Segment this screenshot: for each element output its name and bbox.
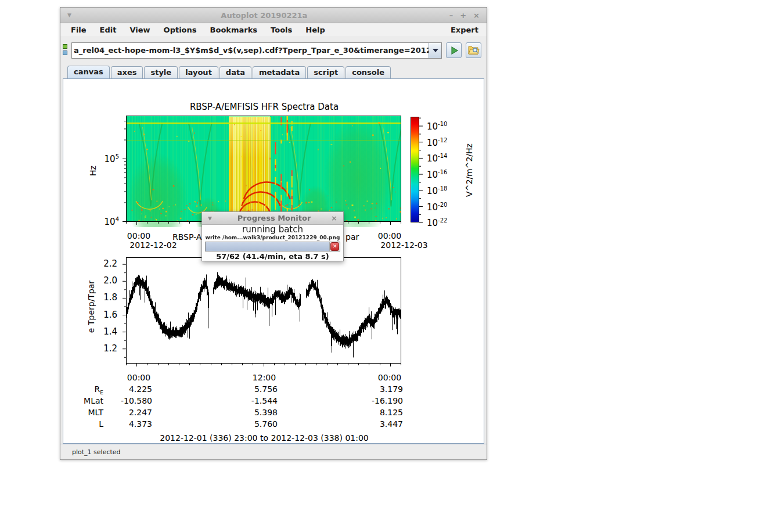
plot1-ytick-1e4: 104 (97, 216, 119, 227)
ephemeris-value: 3.179 (351, 384, 403, 394)
menu-item-view[interactable]: View (125, 25, 154, 35)
ephemeris-value: 2.247 (100, 408, 152, 417)
colorbar-tick-label: 10-20 (427, 202, 447, 213)
progress-bar: ✕ (205, 242, 340, 251)
plot2-xtick-label: 12:00 (253, 373, 276, 382)
autoplot-window: ▼ Autoplot 20190221a – + × FileEditViewO… (60, 7, 487, 460)
tab-metadata[interactable]: metadata (253, 66, 306, 78)
plot2-ytick-label: 1.8 (96, 292, 117, 303)
ephemeris-value: 5.760 (225, 419, 278, 429)
play-icon (449, 45, 459, 56)
plot2-ytick-label: 1.6 (96, 310, 117, 320)
browse-button[interactable] (466, 42, 481, 58)
ephemeris-row-label: MLat (69, 396, 103, 405)
plot2-title-fragment-left: RBSP-A (172, 232, 201, 242)
ephemeris-value: -1.544 (225, 396, 278, 405)
ephemeris-value: 3.447 (351, 419, 403, 429)
statusbar: plot_1 selected (60, 444, 487, 459)
ephemeris-value: 8.125 (351, 408, 403, 417)
minimize-icon[interactable]: – (449, 11, 454, 20)
plot2-title-fragment-right: par (345, 232, 359, 242)
spectrogram-plot[interactable] (120, 110, 406, 227)
datasource-icon (63, 44, 70, 57)
ephemeris-value: 4.225 (100, 384, 152, 394)
ephemeris-value: 5.756 (225, 384, 278, 394)
datasource-blue-square-icon (63, 51, 67, 55)
go-button[interactable] (446, 42, 462, 58)
plot2-ytick-label: 2.0 (96, 275, 117, 286)
ephemeris-row-label: L (69, 419, 103, 429)
ephemeris-row-label: MLT (69, 408, 103, 417)
progress-status-label: 57/62 (41.4/min, eta 8.7 s) (202, 252, 343, 261)
uri-combobox[interactable]: a_rel04_ect-hope-mom-l3_$Y$m$d_v$(v,sep)… (71, 42, 442, 59)
uri-toolbar: a_rel04_ect-hope-mom-l3_$Y$m$d_v$(v,sep)… (60, 36, 487, 64)
datasource-green-square-icon (63, 44, 67, 49)
expert-mode-label[interactable]: Expert (448, 25, 481, 35)
progress-dialog-title: Progress Monitor (217, 214, 331, 222)
timerange-footer: 2012-12-01 (336) 23:00 to 2012-12-03 (33… (160, 433, 368, 443)
ephemeris-value: 5.398 (225, 408, 278, 417)
plot2-ylabel: e Tperp/Tpar (87, 281, 96, 333)
tab-canvas[interactable]: canvas (67, 66, 110, 78)
uri-input[interactable]: a_rel04_ect-hope-mom-l3_$Y$m$d_v$(v,sep)… (72, 43, 429, 58)
plot2-ytick-label: 1.4 (96, 326, 117, 337)
progress-dialog-close-icon[interactable]: × (331, 214, 337, 222)
ephemeris-value: -10.580 (100, 396, 152, 405)
colorbar-label: V^2/m^2/Hz (465, 143, 474, 197)
plot1-ytick-1e5: 105 (97, 153, 119, 164)
colorbar[interactable] (411, 117, 419, 222)
maximize-icon[interactable]: + (460, 11, 466, 20)
colorbar-ticks (419, 116, 425, 224)
progress-bar-fill (206, 242, 329, 251)
ephemeris-row-label: RE (69, 384, 103, 396)
colorbar-tick-label: 10-18 (427, 185, 447, 196)
folder-search-icon (468, 45, 480, 56)
progress-dialog-menu-arrow-icon[interactable]: ▼ (208, 215, 217, 221)
plot2-xtick-label: 00:00 (378, 373, 401, 382)
progress-stop-button[interactable]: ✕ (329, 242, 340, 251)
tab-script[interactable]: script (307, 66, 344, 78)
colorbar-tick-label: 10-22 (427, 217, 447, 228)
uri-dropdown-button[interactable] (429, 43, 441, 58)
window-titlebar[interactable]: ▼ Autoplot 20190221a – + × (60, 8, 487, 23)
window-menu-arrow-icon[interactable]: ▼ (67, 12, 79, 18)
plot1-xtick-left: 00:00 (127, 231, 150, 240)
colorbar-tick-label: 10-14 (427, 153, 447, 164)
statusbar-text: plot_1 selected (72, 448, 121, 456)
plot2-xtick-label: 00:00 (127, 373, 150, 382)
tab-data[interactable]: data (219, 66, 251, 78)
colorbar-tick-label: 10-10 (427, 121, 447, 132)
colorbar-tick-label: 10-12 (427, 137, 447, 148)
menu-item-edit[interactable]: Edit (95, 25, 121, 35)
tab-layout[interactable]: layout (179, 66, 218, 78)
chevron-down-icon (433, 49, 438, 52)
plot1-xtick-right: 00:00 (378, 231, 401, 240)
menu-item-options[interactable]: Options (159, 25, 201, 35)
window-title: Autoplot 20190221a (79, 11, 449, 20)
plot-canvas-panel: RBSP-A/EMFISIS HFR Spectra Data Hz 105 1… (63, 78, 484, 444)
progress-task-label: running batch (202, 225, 343, 235)
menu-item-tools[interactable]: Tools (266, 25, 297, 35)
plot1-ylabel: Hz (88, 166, 98, 176)
menu-item-bookmarks[interactable]: Bookmarks (206, 25, 262, 35)
colorbar-tick-label: 10-16 (427, 169, 447, 180)
stop-x-icon: ✕ (330, 242, 339, 251)
menu-item-file[interactable]: File (66, 25, 91, 35)
line-plot[interactable] (120, 251, 406, 369)
plot2-ytick-label: 2.2 (96, 258, 117, 269)
menubar: FileEditViewOptionsBookmarksToolsHelp Ex… (60, 23, 487, 36)
menu-item-help[interactable]: Help (301, 25, 329, 35)
tab-console[interactable]: console (345, 66, 391, 78)
desktop: ▼ Autoplot 20190221a – + × FileEditViewO… (0, 0, 781, 532)
tab-style[interactable]: style (144, 66, 178, 78)
close-icon[interactable]: × (473, 11, 480, 20)
progress-dialog-titlebar[interactable]: ▼ Progress Monitor × (202, 212, 343, 225)
tabstrip: canvasaxesstylelayoutdatametadatascriptc… (60, 64, 487, 78)
ephemeris-value: -16.190 (351, 396, 403, 405)
plot1-xdate-left: 2012-12-02 (129, 240, 177, 250)
plot2-ytick-label: 1.2 (96, 343, 117, 354)
progress-detail-label: write /hom...walk3/product_20121229_00.p… (202, 235, 343, 241)
plot1-xdate-right: 2012-12-03 (380, 240, 427, 250)
tab-axes[interactable]: axes (111, 66, 143, 78)
ephemeris-value: 4.373 (100, 419, 152, 429)
